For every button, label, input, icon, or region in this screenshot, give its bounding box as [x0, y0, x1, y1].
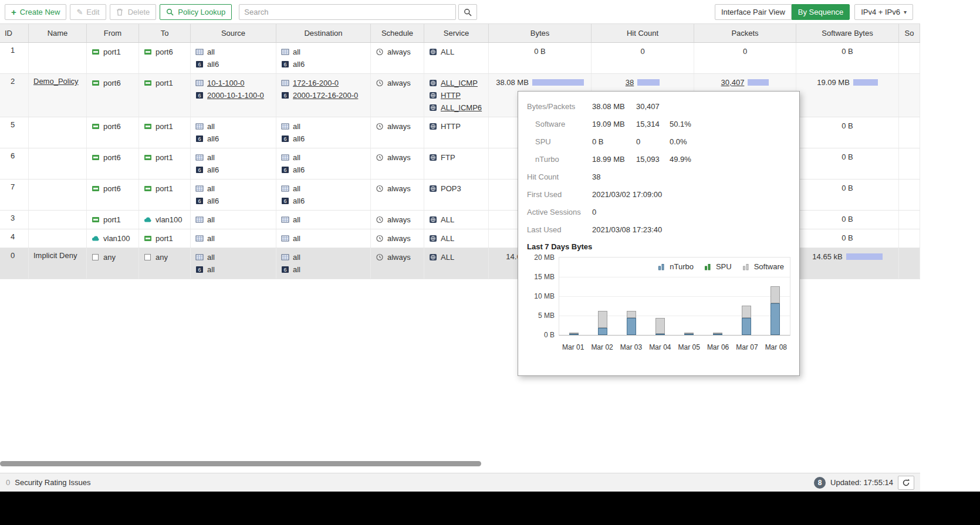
object-entry: 6all6	[281, 58, 366, 70]
stat-label: Active Sessions	[527, 208, 592, 216]
object-label: port6	[103, 153, 121, 162]
interface-pair-view-button[interactable]: Interface Pair View	[715, 4, 792, 20]
software-bytes-cell: 14.65 kB	[796, 248, 899, 279]
scrollbar-thumb[interactable]	[0, 461, 481, 466]
source-cell: all6all6	[191, 179, 276, 210]
column-header-label: Software Bytes	[822, 29, 873, 38]
legend-item-spu[interactable]: SPU	[704, 262, 732, 271]
object-label: all6	[207, 60, 219, 69]
object-entry: all	[195, 251, 271, 263]
stat-value-3: 49.9%	[670, 155, 691, 164]
object-entry: port1	[92, 214, 134, 226]
object-label: all6	[207, 134, 219, 143]
object-label[interactable]: HTTP	[441, 91, 461, 100]
search-button[interactable]	[458, 4, 477, 20]
by-sequence-button[interactable]: By Sequence	[792, 4, 850, 20]
object-entry: port1	[144, 77, 185, 89]
stat-label: Bytes/Packets	[527, 102, 592, 111]
row-id-cell: 3	[0, 211, 29, 229]
svg-text:6: 6	[283, 167, 286, 173]
clock-icon	[376, 79, 384, 87]
legend-item-software[interactable]: Software	[742, 262, 784, 271]
source-cell: all6all6	[191, 148, 276, 179]
object-label: all	[207, 215, 215, 224]
object-label: all6	[293, 60, 305, 69]
service-icon	[429, 79, 437, 87]
column-header-id[interactable]: ID	[0, 24, 29, 42]
legend-label: SPU	[716, 262, 732, 271]
security-rating-label[interactable]: Security Rating Issues	[15, 478, 90, 487]
stat-value-1: 18.99 MB	[592, 155, 636, 164]
chart-x-axis: Mar 01Mar 02Mar 03Mar 04Mar 05Mar 06Mar …	[559, 339, 790, 351]
column-header-to[interactable]: To	[139, 24, 191, 42]
column-header-so[interactable]: So	[899, 24, 920, 42]
software-bytes-cell: 0 B	[796, 229, 899, 248]
x-tick-label: Mar 05	[675, 339, 704, 351]
metric-value: 0 B	[842, 233, 853, 242]
vlan-cloud-icon	[92, 235, 100, 242]
software-bytes-cell: 19.09 MB	[796, 74, 899, 117]
legend-bars-icon	[704, 263, 712, 270]
create-new-button[interactable]: + Create New	[5, 4, 66, 20]
policy-lookup-button[interactable]: Policy Lookup	[160, 4, 232, 20]
source-cell: all	[191, 229, 276, 248]
address-icon	[195, 123, 204, 130]
extra-cell	[899, 117, 920, 148]
schedule-cell: always	[371, 248, 424, 279]
address-icon	[281, 253, 289, 261]
object-label[interactable]: 2000-10-1-100-0	[207, 91, 264, 100]
column-header-destination[interactable]: Destination	[276, 24, 371, 42]
edit-button[interactable]: ✎ Edit	[70, 4, 106, 20]
stat-value-2: 0	[636, 137, 670, 146]
chart-bar-software	[655, 318, 665, 334]
metric-value[interactable]: 30,407	[721, 78, 745, 87]
viewport: + Create New ✎ Edit Delete Policy Lookup	[0, 0, 920, 525]
object-label: all	[293, 153, 300, 162]
object-label[interactable]: 10-1-100-0	[207, 79, 245, 87]
object-entry: 6all6	[195, 164, 271, 176]
column-header-software-bytes[interactable]: Software Bytes	[796, 24, 899, 42]
policy-name[interactable]: Demo_Policy	[33, 77, 82, 86]
column-header-packets[interactable]: Packets	[694, 24, 796, 42]
extra-cell	[899, 179, 920, 210]
metric-value: 0	[743, 47, 747, 56]
object-label[interactable]: 2000-172-16-200-0	[293, 91, 358, 100]
metric-value: 0 B	[842, 184, 853, 192]
column-header-bytes[interactable]: Bytes	[489, 24, 592, 42]
object-label[interactable]: ALL_ICMP	[441, 79, 478, 87]
row-id-cell: 2	[0, 74, 29, 117]
column-header-source[interactable]: Source	[191, 24, 276, 42]
trash-icon	[116, 8, 124, 16]
metric-value: 19.09 MB	[817, 78, 850, 87]
source-cell: 10-1-100-062000-10-1-100-0	[191, 74, 276, 117]
stat-value-3: 0.0%	[670, 137, 687, 146]
metric-value[interactable]: 38	[626, 78, 634, 87]
refresh-button[interactable]	[898, 476, 914, 490]
column-header-label: Source	[221, 29, 245, 38]
extra-cell	[899, 74, 920, 117]
interface-icon	[144, 235, 152, 242]
any-checkbox-icon	[144, 253, 152, 261]
object-label: ALL	[441, 234, 454, 243]
interface-icon	[92, 123, 100, 130]
object-label[interactable]: ALL_ICMP6	[441, 103, 482, 112]
column-header-schedule[interactable]: Schedule	[371, 24, 424, 42]
ip-version-dropdown[interactable]: IPv4 + IPv6 ▾	[854, 4, 913, 20]
column-header-from[interactable]: From	[87, 24, 139, 42]
search-input[interactable]	[239, 4, 456, 20]
stat-value-1: 38.08 MB	[592, 102, 636, 111]
table-row[interactable]: 1port1port6all6all6all6all6alwaysALL0 B0…	[0, 43, 920, 74]
column-header-name[interactable]: Name	[29, 24, 87, 42]
bar-group	[559, 333, 588, 335]
column-header-service[interactable]: Service	[424, 24, 489, 42]
object-entry: 6all6	[281, 164, 366, 176]
object-label: all	[207, 153, 215, 162]
object-label: all6	[207, 165, 219, 174]
object-entry: always	[376, 214, 419, 226]
delete-button[interactable]: Delete	[110, 4, 157, 20]
object-label[interactable]: 172-16-200-0	[293, 79, 339, 87]
tooltip-stat-row: Hit Count38	[527, 168, 790, 185]
legend-item-nturbo[interactable]: nTurbo	[658, 262, 694, 271]
from-cell: port6	[87, 117, 139, 148]
column-header-hit-count[interactable]: Hit Count	[592, 24, 694, 42]
